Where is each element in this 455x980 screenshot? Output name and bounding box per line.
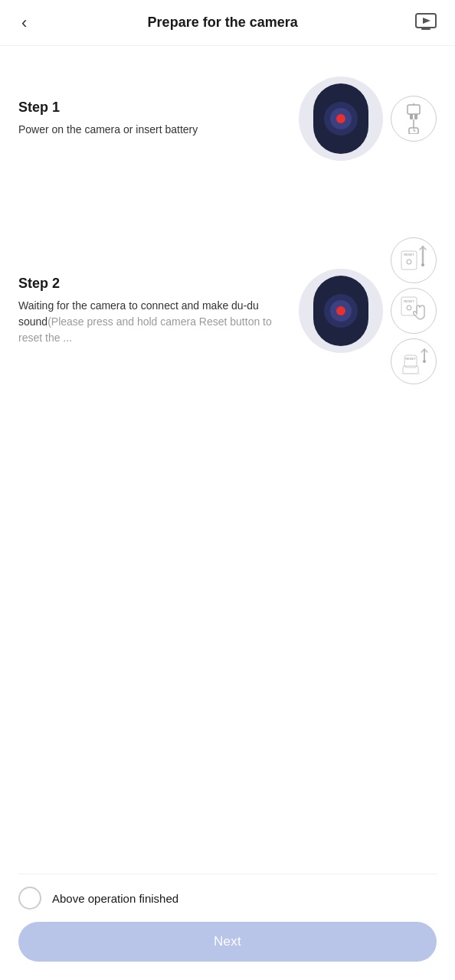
page-title: Prepare for the camera <box>148 15 298 31</box>
camera-lens-dot <box>336 114 345 123</box>
step2-text-block: Step 2 Waiting for the camera to connect… <box>18 276 286 346</box>
svg-rect-5 <box>410 114 413 119</box>
step2-camera-lens-inner <box>330 300 352 322</box>
step1-section: Step 1 Power on the camera or insert bat… <box>0 61 455 176</box>
step2-note-text: (Please press and hold camera Reset butt… <box>18 315 272 344</box>
step2-description: Waiting for the camera to connect and ma… <box>18 298 286 346</box>
reset-pin-svg-1: RESET <box>397 243 430 277</box>
step1-charger-icon <box>391 96 437 142</box>
step1-number: Step 1 <box>18 100 286 116</box>
reset-finger-svg: RESET <box>397 294 430 328</box>
svg-marker-3 <box>423 18 430 24</box>
svg-text:RESET: RESET <box>404 253 414 256</box>
step1-text-block: Step 1 Power on the camera or insert bat… <box>18 100 286 138</box>
svg-rect-4 <box>408 105 420 114</box>
camera-body <box>313 83 368 154</box>
step2-images: RESET R <box>299 237 437 384</box>
operation-finished-checkbox[interactable] <box>18 887 41 910</box>
step1-description: Power on the camera or insert battery <box>18 122 286 138</box>
reset-icon-1: RESET <box>391 237 437 283</box>
header: ‹ Prepare for the camera <box>0 0 455 46</box>
svg-point-12 <box>407 260 411 264</box>
step2-section: Step 2 Waiting for the camera to connect… <box>0 222 455 400</box>
next-button[interactable]: Next <box>18 922 437 962</box>
svg-rect-6 <box>414 114 417 119</box>
divider <box>18 874 437 874</box>
step2-camera-body <box>313 276 368 346</box>
checkbox-label: Above operation finished <box>52 892 178 905</box>
monitor-play-icon <box>414 12 437 34</box>
step1-camera-illustration <box>299 77 383 161</box>
video-tutorial-button[interactable] <box>412 9 440 37</box>
checkbox-row: Above operation finished <box>18 887 437 910</box>
svg-point-17 <box>407 305 411 310</box>
charger-svg-icon <box>400 103 427 134</box>
camera-lens-inner <box>330 108 352 129</box>
svg-point-22 <box>423 360 426 363</box>
bottom-section: Above operation finished Next <box>0 861 455 980</box>
camera-lens-outer <box>324 102 358 136</box>
step2-camera-lens-outer <box>324 294 358 328</box>
step1-images <box>299 77 437 161</box>
step2-number: Step 2 <box>18 276 286 292</box>
main-content: Step 1 Power on the camera or insert bat… <box>0 46 455 507</box>
step2-camera-lens-dot <box>336 306 345 315</box>
svg-text:RESET: RESET <box>405 357 416 361</box>
reset-icon-2: RESET <box>391 288 437 334</box>
svg-text:RESET: RESET <box>404 299 414 303</box>
back-button[interactable]: ‹ <box>15 10 33 36</box>
reset-device-svg: RESET <box>397 345 430 378</box>
svg-point-14 <box>421 263 424 266</box>
step2-reset-icons: RESET R <box>391 237 437 384</box>
step2-camera-illustration <box>299 269 383 353</box>
reset-icon-3: RESET <box>391 338 437 384</box>
